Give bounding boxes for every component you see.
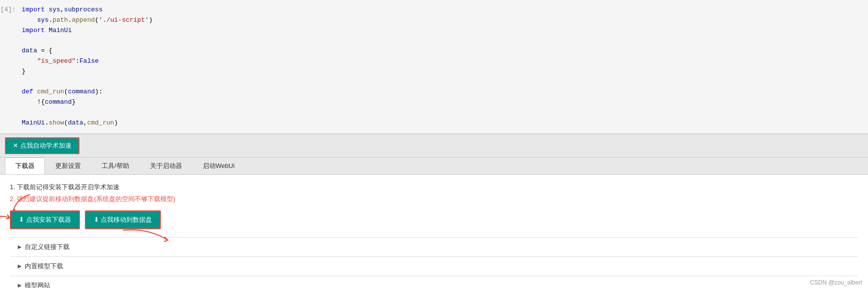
install-downloader-button[interactable]: ⬇ 点我安装下载器 bbox=[10, 210, 80, 229]
code-line-12: MainUi.show(data,cmd_run) bbox=[0, 118, 868, 128]
line-number bbox=[0, 46, 20, 56]
line-number bbox=[0, 67, 20, 77]
line-number: [4]: bbox=[0, 5, 20, 15]
main-content: 1. 下载前记得安装下载器开启学术加速 2. 强烈建议提前移动到数据盘(系统盘的… bbox=[0, 175, 868, 288]
line-number bbox=[0, 36, 20, 46]
code-line-8 bbox=[0, 77, 868, 87]
code-line-9: def cmd_run(command): bbox=[0, 87, 868, 97]
code-line-3: import MainUi bbox=[0, 26, 868, 36]
code-line-6: "is_speed":False bbox=[0, 56, 868, 67]
tab-update-settings[interactable]: 更新设置 bbox=[45, 158, 91, 174]
tab-about[interactable]: 关于启动器 bbox=[140, 158, 192, 174]
tab-webui[interactable]: 启动WebUi bbox=[192, 158, 245, 174]
academic-acceleration-button[interactable]: ✕ 点我自动学术加速 bbox=[5, 137, 79, 154]
accordion-model-website[interactable]: ▶ 模型网站 bbox=[10, 276, 858, 288]
line-number bbox=[0, 56, 20, 67]
chevron-right-icon: ▶ bbox=[18, 263, 22, 269]
code-line-10: !{command} bbox=[0, 97, 868, 108]
top-bar: ✕ 点我自动学术加速 bbox=[0, 134, 868, 158]
code-line-11 bbox=[0, 108, 868, 118]
chevron-right-icon: ▶ bbox=[18, 283, 22, 288]
line-number bbox=[0, 108, 20, 118]
line-number bbox=[0, 15, 20, 26]
line-number bbox=[0, 77, 20, 87]
code-line-4 bbox=[0, 36, 868, 46]
accordion-custom-link-label: 自定义链接下载 bbox=[25, 243, 70, 251]
line-number bbox=[0, 87, 20, 97]
code-line-1: [4]: import sys,subprocess bbox=[0, 5, 868, 15]
tab-downloader[interactable]: 下载器 bbox=[5, 158, 45, 174]
notice-text-1: 1. 下载前记得安装下载器开启学术加速 bbox=[10, 183, 858, 192]
code-content: import MainUi bbox=[20, 26, 868, 36]
code-line-5: data = { bbox=[0, 46, 868, 56]
code-line-2: sys.path.append('./ui-script') bbox=[0, 15, 868, 26]
code-content: import sys,subprocess bbox=[20, 5, 868, 15]
code-content: !{command} bbox=[20, 97, 868, 108]
code-content: MainUi.show(data,cmd_run) bbox=[20, 118, 868, 128]
code-content bbox=[20, 108, 868, 118]
code-content: sys.path.append('./ui-script') bbox=[20, 15, 868, 26]
accordion-model-website-label: 模型网站 bbox=[25, 281, 50, 288]
line-number bbox=[0, 26, 20, 36]
accordion-builtin-models-label: 内置模型下载 bbox=[25, 262, 63, 271]
accordion-builtin-models[interactable]: ▶ 内置模型下载 bbox=[10, 256, 858, 276]
code-section: [4]: import sys,subprocess sys.path.appe… bbox=[0, 0, 868, 134]
code-content bbox=[20, 36, 868, 46]
action-buttons-container: ⬇ 点我安装下载器 ⬇ 点我移动到数据盘 bbox=[10, 210, 858, 229]
annotation-arrow-move bbox=[118, 225, 178, 255]
line-number bbox=[0, 118, 20, 128]
tab-tools-help[interactable]: 工具/帮助 bbox=[91, 158, 140, 174]
watermark: CSDN @zou_albert bbox=[810, 279, 862, 286]
code-line-7: } bbox=[0, 67, 868, 77]
code-content: } bbox=[20, 67, 868, 77]
app-section: ✕ 点我自动学术加速 下载器 更新设置 工具/帮助 关于启动器 启动WebUi … bbox=[0, 134, 868, 288]
code-content: data = { bbox=[20, 46, 868, 56]
line-number bbox=[0, 97, 20, 108]
code-content: def cmd_run(command): bbox=[20, 87, 868, 97]
code-content: "is_speed":False bbox=[20, 56, 868, 67]
tab-navigation: 下载器 更新设置 工具/帮助 关于启动器 启动WebUi bbox=[0, 158, 868, 175]
chevron-right-icon: ▶ bbox=[18, 244, 22, 249]
notice-text-2: 2. 强烈建议提前移动到数据盘(系统盘的空间不够下载模型) bbox=[10, 195, 858, 204]
code-content bbox=[20, 77, 868, 87]
annotation-arrow-install bbox=[0, 208, 15, 228]
